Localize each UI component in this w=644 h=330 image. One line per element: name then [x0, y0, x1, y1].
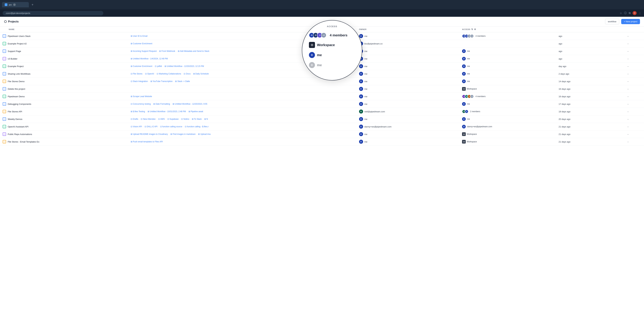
- actions-cell[interactable]: ···: [624, 108, 644, 115]
- workflow-item[interactable]: ⊡ function calling source: [160, 126, 182, 128]
- table-row[interactable]: ⬡ Pipedream Users Slack ⊞ User ID to Ema…: [0, 32, 644, 40]
- workflow-item[interactable]: ⊡ Docs: [184, 72, 190, 75]
- workflows-cell: ⊞ Scrape Lead Website: [128, 93, 356, 100]
- workflow-item[interactable]: ⊞ Push email templates to Files API: [131, 140, 163, 143]
- workflow-item[interactable]: ⊞ Front Webhook: [159, 50, 175, 52]
- table-row[interactable]: ⬡ Example Project ⊞ Customer Enrichment·…: [0, 62, 644, 70]
- workflow-item[interactable]: ⊡ Drafts: [131, 118, 138, 120]
- workflow-item[interactable]: ⊡ Vision API: [131, 126, 142, 128]
- bookmark-icon[interactable]: ☆: [620, 12, 622, 15]
- workflow-item[interactable]: ⊡ File Stores: [131, 72, 142, 75]
- workflow-item[interactable]: ⊞ N: [204, 118, 208, 120]
- table-row[interactable]: ⬡ File Stores Demo ⊡ Slack Integration·⊞…: [0, 78, 644, 85]
- actions-cell[interactable]: ···: [624, 62, 644, 70]
- table-row[interactable]: ⬡ Pipedream Demo ⊞ Scrape Lead Website D…: [0, 93, 644, 100]
- workflow-item[interactable]: ⊞ Date Formatting: [153, 103, 170, 105]
- actions-cell[interactable]: ···: [624, 100, 644, 108]
- actions-cell[interactable]: ···: [624, 70, 644, 78]
- workflow-item[interactable]: ⊞ $.files Testing: [131, 110, 145, 113]
- workflow-item[interactable]: ⊞ Scrape Lead Website: [131, 95, 152, 98]
- table-row[interactable]: ⬡ Support Page ⊞ Incoming Support Reques…: [0, 48, 644, 55]
- info-icon[interactable]: ⓘ: [624, 12, 627, 15]
- workspace-label: Workspace: [467, 88, 477, 90]
- url-bar[interactable]: .com/@pd-devrel/projects: [3, 11, 103, 16]
- actions-cell[interactable]: ···: [624, 40, 644, 48]
- project-name: ⬡ File Stores - Email Templates Ex:: [3, 140, 125, 143]
- workflow-item[interactable]: ⊡ Supabase: [167, 118, 178, 120]
- table-row[interactable]: ⬡ Weekly Demos ⊡ Drafts·⊡ New Attendee·⊡…: [0, 115, 644, 123]
- workflow-item[interactable]: ⊞ Add Metadata and Send to Slack: [178, 50, 209, 52]
- table-row[interactable]: ⬡ File Stores - Email Templates Ex: ⊞ Pu…: [0, 138, 644, 146]
- project-name-label: File Stores Demo: [8, 80, 24, 83]
- access-info: ⊞ Workspace: [462, 140, 553, 144]
- actions-cell[interactable]: ···: [624, 85, 644, 93]
- workflow-item[interactable]: ⊞ Upload README images to Cloudinary: [131, 133, 168, 135]
- col-owner: OWNER: [356, 26, 460, 32]
- workflow-item[interactable]: ⊡ Concurrency testing: [131, 103, 151, 105]
- actions-cell[interactable]: ···: [624, 32, 644, 40]
- access-settings-icon[interactable]: ⚙: [474, 28, 476, 30]
- actions-cell[interactable]: ···: [624, 55, 644, 62]
- table-row[interactable]: ⬡ OpenAI Assistant API ⊡ Vision API·⊡ DA…: [0, 123, 644, 130]
- workflow-item[interactable]: ⊞ Untitled Workflow - 10/31/2023, 2:48 P…: [148, 110, 186, 113]
- workflow-item[interactable]: ⊞ Incoming Support Request: [131, 50, 157, 52]
- table-row[interactable]: ⬡ v3 Builder ⊞ Untitled Workflow - 1/4/2…: [0, 55, 644, 62]
- workflow-item[interactable]: ⊡ New Attendee: [141, 118, 156, 120]
- workflow-item[interactable]: ⊞ Untitled Workflow - 12/20/2023, 12:15 …: [164, 65, 204, 68]
- workflow-item[interactable]: ⊞ To Slack: [192, 118, 202, 120]
- col-workflows: [128, 26, 356, 32]
- workflow-item[interactable]: ⊡ Slack Integration: [131, 80, 148, 82]
- workflow-item[interactable]: ⊞ Untitled Workflow - 1/4/2024, 12:48 PM: [131, 58, 168, 60]
- actions-cell[interactable]: ···: [624, 78, 644, 85]
- workflow-item[interactable]: ⊡ AWS: [158, 118, 165, 120]
- workflow-separator: ·: [158, 126, 159, 128]
- access-sort-icon[interactable]: ⇅: [471, 28, 473, 30]
- table-row[interactable]: ⬡ Public Repo Automations ⊞ Upload READM…: [0, 130, 644, 138]
- workflow-item[interactable]: ⊞ Daily Schedule: [193, 72, 209, 75]
- menu-icon[interactable]: ⋮: [639, 12, 641, 15]
- workflow-item[interactable]: ⊡ OpenAI: [145, 72, 154, 75]
- actions-cell[interactable]: ···: [624, 115, 644, 123]
- actions-cell[interactable]: ···: [624, 138, 644, 146]
- tab-close-button[interactable]: ×: [13, 3, 16, 6]
- actions-cell[interactable]: ···: [624, 48, 644, 55]
- new-project-button[interactable]: + New project: [621, 19, 640, 24]
- table-row[interactable]: ⬡ Sharing Link Workflows ⊡ File Stores·⊡…: [0, 70, 644, 78]
- updated-cell: 17 days ago: [556, 100, 624, 108]
- workflow-item[interactable]: ⊞ User ID to Email: [131, 35, 148, 37]
- workflow-item[interactable]: ⊡ DALL-E API: [144, 126, 158, 128]
- workflows-cell: ⊡ Vision API·⊡ DALL-E API·⊡ function cal…: [128, 123, 356, 130]
- project-name: ⬡ File Stores Demo: [3, 80, 125, 83]
- workflow-item[interactable]: ⊞ YouTube Transcription: [150, 80, 172, 82]
- workflow-item[interactable]: ⊞ Find images in markdown: [170, 133, 196, 135]
- workflow-item[interactable]: ⊡ function calling - $.files.r: [185, 126, 209, 128]
- workflow-item[interactable]: ⊞ Untitled Workflow - 12/20/2023, 9:55: [172, 103, 207, 105]
- extensions-icon[interactable]: ⧉: [629, 12, 630, 14]
- workflow-button[interactable]: workflow: [605, 19, 619, 24]
- actions-cell[interactable]: ···: [624, 130, 644, 138]
- new-tab-button[interactable]: +: [30, 2, 35, 8]
- workflow-item[interactable]: ⊞ Pipeline await: [188, 110, 203, 113]
- workflow-item[interactable]: ⊡ Marketing Collaborations: [157, 72, 181, 75]
- updated-cell: ago: [556, 55, 624, 62]
- access-me-label: me: [467, 58, 470, 60]
- table-row[interactable]: ⬡ Delete this project D me ⊞ Workspace 1…: [0, 85, 644, 93]
- workflows-list: ⊞ Incoming Support Request·⊞ Front Webho…: [131, 50, 354, 52]
- workflow-item[interactable]: ⊞ Customer Enrichment: [131, 65, 152, 68]
- workflow-item[interactable]: ⊡ pdfkit: [155, 65, 162, 68]
- table-row[interactable]: ⬡ Debugging Components ⊡ Concurrency tes…: [0, 100, 644, 108]
- table-row[interactable]: ⬡ Example Project #2 ⊞ Customer Enrichme…: [0, 40, 644, 48]
- actions-cell[interactable]: ···: [624, 93, 644, 100]
- owner-cell: D me: [356, 70, 460, 78]
- workflow-item[interactable]: ⊞ Upload ima: [198, 133, 210, 135]
- browser-tab[interactable]: am ×: [2, 2, 29, 8]
- project-name-cell: ⬡ OpenAI Assistant API: [0, 123, 128, 130]
- actions-cell[interactable]: ···: [624, 123, 644, 130]
- workflow-item[interactable]: ⊞ Customer Enrichment: [131, 42, 152, 45]
- workflow-item[interactable]: ⊡ Notino: [181, 118, 189, 120]
- project-name-cell: ⬡ Pipedream Users Slack: [0, 32, 128, 40]
- owner-label: me: [364, 58, 368, 60]
- profile-icon[interactable]: D: [632, 11, 636, 15]
- table-row[interactable]: ⬡ File Stores API ⊞ $.files Testing·⊞ Un…: [0, 108, 644, 115]
- workflow-item[interactable]: ⊞ Slack -> Dalle: [175, 80, 190, 82]
